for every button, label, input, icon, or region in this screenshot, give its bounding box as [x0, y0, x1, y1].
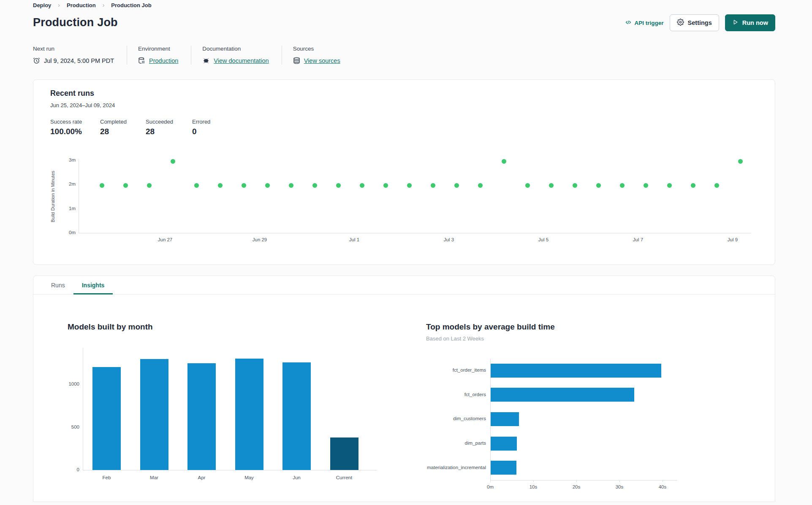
run-dot[interactable]	[596, 183, 601, 188]
top-models-x-tick: 10s	[523, 484, 544, 489]
recent-runs-stats: Success rate 100.00% Completed 28 Succee…	[50, 119, 210, 136]
breadcrumb-deploy[interactable]: Deploy	[33, 2, 51, 8]
view-sources-link[interactable]: View sources	[304, 57, 340, 64]
run-dot[interactable]	[620, 183, 625, 188]
top-models-x-tick-mark	[576, 480, 577, 482]
top-models-x-tick-mark	[533, 480, 534, 482]
run-dot[interactable]	[431, 183, 435, 188]
scatter-x-tick: Jul 9	[720, 237, 745, 242]
models-built-x-tick: May	[232, 475, 266, 480]
meta-label: Sources	[293, 46, 340, 52]
api-trigger-label: API trigger	[635, 20, 664, 26]
scatter-y-tick: 3m	[59, 157, 76, 162]
run-dot[interactable]	[194, 183, 199, 188]
run-dot[interactable]	[667, 183, 672, 188]
gear-icon	[677, 19, 684, 27]
scatter-y-tick: 2m	[59, 181, 76, 186]
models-built-x-tick: Jun	[280, 475, 314, 480]
code-brackets-icon	[625, 19, 632, 27]
run-dot[interactable]	[242, 183, 246, 188]
breadcrumb-production-job: Production Job	[111, 2, 151, 8]
view-documentation-link[interactable]: View documentation	[214, 57, 269, 64]
run-dot[interactable]	[691, 183, 695, 188]
model-name-label: fct_orders	[397, 392, 486, 397]
top-models-chart-title: Top models by average build time	[426, 322, 555, 332]
run-dot[interactable]	[407, 183, 412, 188]
meta-label: Environment	[138, 46, 178, 52]
run-dot[interactable]	[171, 159, 175, 164]
run-dot[interactable]	[218, 183, 223, 188]
meta-documentation: Documentation View documentation	[191, 46, 281, 65]
run-dot[interactable]	[454, 183, 459, 188]
run-dot[interactable]	[502, 159, 506, 164]
top-models-x-tick: 20s	[566, 484, 587, 489]
meta-environment: Environment Production	[127, 46, 191, 65]
stat-label: Succeeded	[146, 119, 185, 125]
scatter-x-tick: Jul 1	[342, 237, 367, 242]
run-dot[interactable]	[123, 183, 128, 188]
page-title: Production Job	[33, 16, 118, 29]
run-dot[interactable]	[312, 183, 317, 188]
models-built-y-axis	[83, 348, 83, 470]
run-dot[interactable]	[525, 183, 530, 188]
run-dot[interactable]	[147, 183, 152, 188]
run-dot[interactable]	[738, 159, 743, 164]
scatter-x-tick: Jul 7	[625, 237, 651, 242]
stat-label: Errored	[192, 119, 210, 125]
play-icon	[732, 19, 739, 27]
api-trigger-link[interactable]: API trigger	[625, 19, 664, 27]
dbt-docs-icon	[202, 57, 210, 65]
run-dot[interactable]	[549, 183, 554, 188]
breadcrumb: Deploy › Production › Production Job	[33, 2, 152, 8]
settings-button[interactable]: Settings	[670, 14, 719, 31]
run-dot[interactable]	[336, 183, 341, 188]
model-build-time-bar	[491, 388, 634, 402]
run-now-label: Run now	[742, 19, 768, 26]
top-models-x-tick: 0m	[480, 484, 501, 489]
month-bar	[235, 359, 263, 470]
scatter-x-tick: Jun 27	[152, 237, 178, 242]
scatter-x-tick: Jul 5	[531, 237, 556, 242]
models-built-y-tick: 500	[62, 424, 79, 429]
chevron-right-icon: ›	[58, 2, 60, 8]
scatter-y-axis-label: Build Duration in Minutes	[50, 160, 55, 233]
month-bar	[92, 367, 121, 470]
stat-success-rate: Success rate 100.00%	[50, 119, 92, 136]
run-dot[interactable]	[573, 183, 577, 188]
run-dot[interactable]	[100, 183, 104, 188]
run-dot[interactable]	[714, 183, 719, 188]
tab-runs[interactable]: Runs	[43, 276, 73, 294]
models-built-chart-title: Models built by month	[68, 322, 153, 332]
model-name-label: dim_customers	[397, 416, 486, 421]
alarm-clock-icon	[33, 57, 40, 64]
run-dot[interactable]	[478, 183, 483, 188]
model-name-label: dim_parts	[397, 440, 486, 446]
models-built-x-tick: Current	[327, 475, 361, 480]
settings-label: Settings	[688, 19, 712, 26]
stat-value: 28	[100, 127, 138, 136]
model-name-label: fct_order_items	[397, 367, 486, 373]
meta-sources: Sources View sources	[282, 46, 353, 65]
top-models-x-tick: 30s	[609, 484, 630, 489]
run-dot[interactable]	[289, 183, 293, 188]
top-models-x-tick-mark	[663, 480, 663, 482]
top-models-x-tick-mark	[619, 480, 620, 482]
stat-succeeded: Succeeded 28	[146, 119, 185, 136]
run-dot[interactable]	[265, 183, 270, 188]
month-bar	[282, 362, 311, 470]
next-run-value: Jul 9, 2024, 5:00 PM PDT	[44, 57, 114, 64]
models-built-y-tick: 0	[62, 467, 79, 472]
models-built-x-tick: Mar	[137, 475, 171, 480]
breadcrumb-production[interactable]: Production	[67, 2, 96, 8]
top-models-x-axis	[490, 480, 677, 481]
models-built-x-tick: Feb	[90, 475, 124, 480]
run-dot[interactable]	[360, 183, 364, 188]
scatter-y-tick: 0m	[59, 230, 76, 235]
run-now-button[interactable]: Run now	[725, 14, 775, 31]
environment-link[interactable]: Production	[149, 57, 178, 64]
scatter-x-tick: Jun 29	[247, 237, 272, 242]
tab-insights[interactable]: Insights	[73, 276, 113, 294]
run-dot[interactable]	[644, 183, 648, 188]
scatter-x-tick: Jul 3	[436, 237, 462, 242]
run-dot[interactable]	[383, 183, 388, 188]
